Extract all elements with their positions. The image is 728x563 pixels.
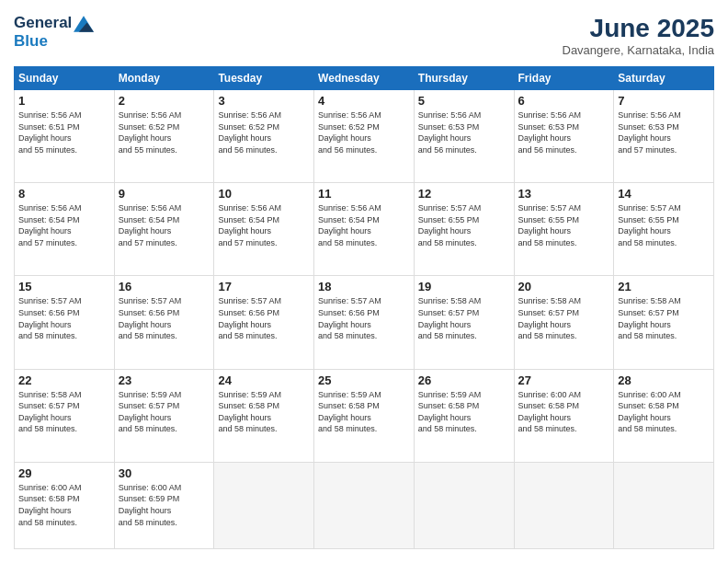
day-number: 22 bbox=[18, 373, 110, 387]
calendar-week-row: 22 Sunrise: 5:58 AM Sunset: 6:57 PM Dayl… bbox=[15, 369, 714, 462]
day-detail: Sunrise: 5:56 AM Sunset: 6:54 PM Dayligh… bbox=[18, 202, 110, 248]
day-detail: Sunrise: 5:57 AM Sunset: 6:55 PM Dayligh… bbox=[518, 202, 610, 248]
day-number: 6 bbox=[518, 94, 610, 108]
day-detail: Sunrise: 6:00 AM Sunset: 6:58 PM Dayligh… bbox=[518, 389, 610, 435]
day-detail: Sunrise: 5:59 AM Sunset: 6:58 PM Dayligh… bbox=[218, 389, 310, 435]
location: Davangere, Karnataka, India bbox=[563, 43, 715, 57]
day-detail: Sunrise: 5:57 AM Sunset: 6:55 PM Dayligh… bbox=[418, 202, 510, 248]
calendar-cell: 29 Sunrise: 6:00 AM Sunset: 6:58 PM Dayl… bbox=[15, 462, 115, 548]
day-detail: Sunrise: 6:00 AM Sunset: 6:59 PM Dayligh… bbox=[119, 482, 210, 528]
day-number: 17 bbox=[218, 280, 310, 293]
day-detail: Sunrise: 5:58 AM Sunset: 6:57 PM Dayligh… bbox=[518, 295, 610, 341]
logo: General Blue bbox=[14, 14, 94, 50]
calendar-cell: 6 Sunrise: 5:56 AM Sunset: 6:53 PM Dayli… bbox=[514, 90, 614, 183]
day-detail: Sunrise: 5:56 AM Sunset: 6:53 PM Dayligh… bbox=[418, 109, 510, 155]
calendar-week-row: 1 Sunrise: 5:56 AM Sunset: 6:51 PM Dayli… bbox=[15, 90, 714, 183]
col-wednesday: Wednesday bbox=[314, 67, 415, 90]
day-detail: Sunrise: 5:56 AM Sunset: 6:54 PM Dayligh… bbox=[119, 202, 210, 248]
day-detail: Sunrise: 5:58 AM Sunset: 6:57 PM Dayligh… bbox=[18, 389, 110, 435]
col-monday: Monday bbox=[114, 67, 214, 90]
day-number: 2 bbox=[119, 94, 210, 108]
day-detail: Sunrise: 5:59 AM Sunset: 6:58 PM Dayligh… bbox=[418, 389, 510, 435]
month-title: June 2025 bbox=[563, 14, 715, 43]
day-detail: Sunrise: 5:57 AM Sunset: 6:56 PM Dayligh… bbox=[18, 295, 110, 341]
day-number: 5 bbox=[418, 94, 510, 108]
calendar-table: Sunday Monday Tuesday Wednesday Thursday… bbox=[14, 66, 714, 549]
calendar-cell: 2 Sunrise: 5:56 AM Sunset: 6:52 PM Dayli… bbox=[114, 90, 214, 183]
day-number: 26 bbox=[418, 373, 510, 387]
title-section: June 2025 Davangere, Karnataka, India bbox=[563, 14, 715, 57]
day-number: 21 bbox=[618, 280, 710, 293]
calendar-cell: 10 Sunrise: 5:56 AM Sunset: 6:54 PM Dayl… bbox=[214, 183, 314, 276]
day-detail: Sunrise: 5:56 AM Sunset: 6:53 PM Dayligh… bbox=[518, 109, 610, 155]
calendar-cell: 20 Sunrise: 5:58 AM Sunset: 6:57 PM Dayl… bbox=[514, 276, 614, 369]
day-number: 18 bbox=[318, 280, 410, 293]
calendar-cell: 5 Sunrise: 5:56 AM Sunset: 6:53 PM Dayli… bbox=[414, 90, 514, 183]
calendar-cell: 21 Sunrise: 5:58 AM Sunset: 6:57 PM Dayl… bbox=[614, 276, 714, 369]
calendar-cell: 9 Sunrise: 5:56 AM Sunset: 6:54 PM Dayli… bbox=[114, 183, 214, 276]
day-detail: Sunrise: 5:57 AM Sunset: 6:56 PM Dayligh… bbox=[318, 295, 410, 341]
calendar-cell: 8 Sunrise: 5:56 AM Sunset: 6:54 PM Dayli… bbox=[15, 183, 115, 276]
calendar-cell: 1 Sunrise: 5:56 AM Sunset: 6:51 PM Dayli… bbox=[15, 90, 115, 183]
day-number: 15 bbox=[18, 280, 110, 293]
calendar-cell: 18 Sunrise: 5:57 AM Sunset: 6:56 PM Dayl… bbox=[314, 276, 415, 369]
day-number: 23 bbox=[119, 373, 210, 387]
day-number: 9 bbox=[119, 187, 210, 201]
calendar-cell: 11 Sunrise: 5:56 AM Sunset: 6:54 PM Dayl… bbox=[314, 183, 415, 276]
day-number: 25 bbox=[318, 373, 410, 387]
calendar-week-row: 15 Sunrise: 5:57 AM Sunset: 6:56 PM Dayl… bbox=[15, 276, 714, 369]
calendar-cell bbox=[414, 462, 514, 548]
calendar-cell: 27 Sunrise: 6:00 AM Sunset: 6:58 PM Dayl… bbox=[514, 369, 614, 462]
day-number: 19 bbox=[418, 280, 510, 293]
day-detail: Sunrise: 6:00 AM Sunset: 6:58 PM Dayligh… bbox=[18, 482, 110, 528]
calendar-cell: 3 Sunrise: 5:56 AM Sunset: 6:52 PM Dayli… bbox=[214, 90, 314, 183]
day-detail: Sunrise: 5:58 AM Sunset: 6:57 PM Dayligh… bbox=[618, 295, 710, 341]
day-detail: Sunrise: 5:59 AM Sunset: 6:58 PM Dayligh… bbox=[318, 389, 410, 435]
calendar-cell: 16 Sunrise: 5:57 AM Sunset: 6:56 PM Dayl… bbox=[114, 276, 214, 369]
calendar-cell: 30 Sunrise: 6:00 AM Sunset: 6:59 PM Dayl… bbox=[114, 462, 214, 548]
col-friday: Friday bbox=[514, 67, 614, 90]
calendar-cell: 12 Sunrise: 5:57 AM Sunset: 6:55 PM Dayl… bbox=[414, 183, 514, 276]
day-number: 16 bbox=[119, 280, 210, 293]
day-number: 8 bbox=[18, 187, 110, 201]
logo-text: General bbox=[14, 14, 94, 32]
day-number: 4 bbox=[318, 94, 410, 108]
calendar-week-row: 29 Sunrise: 6:00 AM Sunset: 6:58 PM Dayl… bbox=[15, 462, 714, 548]
day-detail: Sunrise: 5:56 AM Sunset: 6:51 PM Dayligh… bbox=[18, 109, 110, 155]
day-number: 12 bbox=[418, 187, 510, 201]
calendar-cell: 13 Sunrise: 5:57 AM Sunset: 6:55 PM Dayl… bbox=[514, 183, 614, 276]
calendar-cell: 4 Sunrise: 5:56 AM Sunset: 6:52 PM Dayli… bbox=[314, 90, 415, 183]
day-number: 29 bbox=[18, 466, 110, 480]
day-number: 3 bbox=[218, 94, 310, 108]
day-number: 30 bbox=[119, 466, 210, 480]
day-detail: Sunrise: 5:56 AM Sunset: 6:54 PM Dayligh… bbox=[218, 202, 310, 248]
day-detail: Sunrise: 5:56 AM Sunset: 6:52 PM Dayligh… bbox=[218, 109, 310, 155]
day-detail: Sunrise: 5:56 AM Sunset: 6:52 PM Dayligh… bbox=[318, 109, 410, 155]
col-sunday: Sunday bbox=[15, 67, 115, 90]
day-number: 27 bbox=[518, 373, 610, 387]
calendar-cell: 26 Sunrise: 5:59 AM Sunset: 6:58 PM Dayl… bbox=[414, 369, 514, 462]
header: General Blue June 2025 Davangere, Karnat… bbox=[14, 14, 714, 57]
day-detail: Sunrise: 5:56 AM Sunset: 6:54 PM Dayligh… bbox=[318, 202, 410, 248]
calendar-cell: 24 Sunrise: 5:59 AM Sunset: 6:58 PM Dayl… bbox=[214, 369, 314, 462]
day-number: 28 bbox=[618, 373, 710, 387]
calendar-cell: 19 Sunrise: 5:58 AM Sunset: 6:57 PM Dayl… bbox=[414, 276, 514, 369]
calendar-cell: 14 Sunrise: 5:57 AM Sunset: 6:55 PM Dayl… bbox=[614, 183, 714, 276]
logo-icon bbox=[74, 16, 94, 32]
day-detail: Sunrise: 5:56 AM Sunset: 6:52 PM Dayligh… bbox=[119, 109, 210, 155]
page: General Blue June 2025 Davangere, Karnat… bbox=[0, 0, 728, 563]
calendar-week-row: 8 Sunrise: 5:56 AM Sunset: 6:54 PM Dayli… bbox=[15, 183, 714, 276]
logo-blue: Blue bbox=[14, 32, 94, 51]
day-number: 13 bbox=[518, 187, 610, 201]
day-number: 14 bbox=[618, 187, 710, 201]
day-detail: Sunrise: 5:56 AM Sunset: 6:53 PM Dayligh… bbox=[618, 109, 710, 155]
calendar-cell bbox=[314, 462, 415, 548]
calendar-cell: 25 Sunrise: 5:59 AM Sunset: 6:58 PM Dayl… bbox=[314, 369, 415, 462]
day-number: 1 bbox=[18, 94, 110, 108]
calendar-cell: 7 Sunrise: 5:56 AM Sunset: 6:53 PM Dayli… bbox=[614, 90, 714, 183]
calendar-cell: 17 Sunrise: 5:57 AM Sunset: 6:56 PM Dayl… bbox=[214, 276, 314, 369]
calendar-cell: 23 Sunrise: 5:59 AM Sunset: 6:57 PM Dayl… bbox=[114, 369, 214, 462]
calendar-cell: 15 Sunrise: 5:57 AM Sunset: 6:56 PM Dayl… bbox=[15, 276, 115, 369]
day-number: 7 bbox=[618, 94, 710, 108]
day-detail: Sunrise: 5:57 AM Sunset: 6:55 PM Dayligh… bbox=[618, 202, 710, 248]
